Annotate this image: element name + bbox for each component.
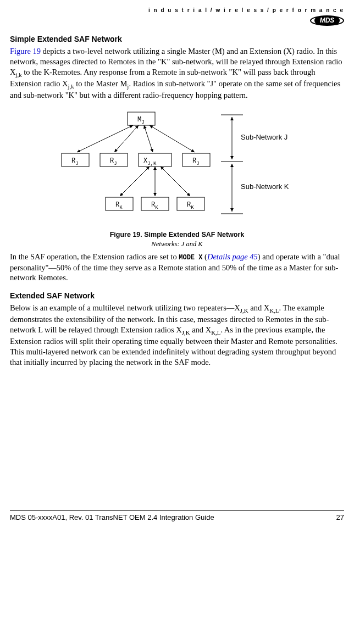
figure19-link[interactable]: Figure 19 xyxy=(10,47,41,55)
logo-wrap: MDS xyxy=(10,15,344,30)
svg-line-12 xyxy=(120,166,150,196)
sub-jk-1: j,k xyxy=(15,71,21,78)
p3d: and X xyxy=(190,325,212,334)
svg-line-8 xyxy=(77,125,133,152)
node-rk2: RK xyxy=(151,201,158,210)
section2-para1: In the SAF operation, the Extension radi… xyxy=(10,252,344,283)
sub-kl-a: K,L xyxy=(269,307,279,314)
node-rj2: RJ xyxy=(110,157,117,166)
p2a: In the SAF operation, the Extension radi… xyxy=(10,252,179,261)
svg-line-14 xyxy=(161,166,190,196)
svg-line-10 xyxy=(144,125,153,152)
sub-kl-b: K,L xyxy=(211,329,220,336)
details-page-link[interactable]: Details page 45 xyxy=(207,252,258,261)
figure-19-caption: Figure 19. Simple Extended SAF Network xyxy=(10,230,344,239)
p2b: ( xyxy=(202,252,207,261)
section1-title: Simple Extended SAF Network xyxy=(10,34,344,44)
figure-19-diagram: MJ RJ RJ XJ,K RJ RK RK RK Sub-Network J … xyxy=(56,109,298,227)
section1-body: Figure 19 depicts a two-level network ut… xyxy=(10,46,344,101)
footer-left: MDS 05-xxxxA01, Rev. 01 TransNET OEM 2.4… xyxy=(10,513,214,523)
mds-logo: MDS xyxy=(310,15,344,27)
svg-line-9 xyxy=(114,125,139,152)
node-xjk: XJ,K xyxy=(143,157,157,166)
figure-19-subcaption: Networks: J and K xyxy=(10,240,344,248)
sub-jk-a: J,K xyxy=(240,307,248,314)
p1c: to the Master M xyxy=(74,79,128,88)
section2-para2: Below is an example of a multilevel netw… xyxy=(10,303,344,367)
node-mj: MJ xyxy=(137,116,145,125)
footer-pagenum: 27 xyxy=(336,513,344,523)
tagline-text: i n d u s t r i a l / w i r e l e s s / … xyxy=(10,7,344,14)
p3a: Below is an example of a multilevel netw… xyxy=(10,303,240,312)
page-footer: MDS 05-xxxxA01, Rev. 01 TransNET OEM 2.4… xyxy=(10,510,344,523)
subnet-k-label: Sub-Network K xyxy=(241,182,289,191)
mode-x-text: MODE X xyxy=(179,254,202,262)
subnet-j-label: Sub-Network J xyxy=(241,133,287,141)
node-rj3: RJ xyxy=(192,157,200,166)
svg-line-11 xyxy=(150,125,195,152)
node-rk1: RK xyxy=(115,201,123,210)
p3b: and X xyxy=(248,303,270,312)
sub-jk-2: j,k xyxy=(68,83,74,90)
sub-jk-b: J,K xyxy=(182,329,190,336)
section2-title: Extended SAF Network xyxy=(10,291,344,301)
node-rk3: RK xyxy=(187,201,194,210)
node-rj1: RJ xyxy=(71,157,79,166)
